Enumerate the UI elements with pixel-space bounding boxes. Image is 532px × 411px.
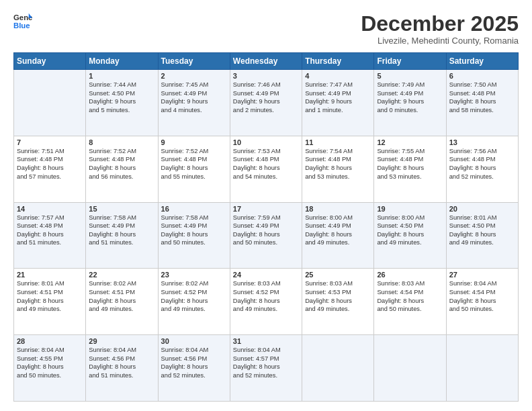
table-row: 9Sunrise: 7:52 AM Sunset: 4:48 PM Daylig… xyxy=(158,136,230,202)
day-number: 21 xyxy=(17,271,83,279)
table-row: 5Sunrise: 7:49 AM Sunset: 4:49 PM Daylig… xyxy=(374,70,446,136)
table-row: 20Sunrise: 8:01 AM Sunset: 4:50 PM Dayli… xyxy=(446,202,518,269)
page: General Blue December 2025 Livezile, Meh… xyxy=(0,0,532,411)
day-number: 20 xyxy=(449,205,515,213)
table-row: 18Sunrise: 8:00 AM Sunset: 4:49 PM Dayli… xyxy=(302,202,374,269)
calendar-table: Sunday Monday Tuesday Wednesday Thursday… xyxy=(13,52,519,402)
day-number: 9 xyxy=(161,138,227,146)
table-row xyxy=(446,335,518,402)
day-details: Sunrise: 8:04 AM Sunset: 4:56 PM Dayligh… xyxy=(161,346,227,379)
table-row: 22Sunrise: 8:02 AM Sunset: 4:51 PM Dayli… xyxy=(86,269,158,335)
table-row: 23Sunrise: 8:02 AM Sunset: 4:52 PM Dayli… xyxy=(158,269,230,335)
day-number: 10 xyxy=(233,138,299,146)
table-row: 4Sunrise: 7:47 AM Sunset: 4:49 PM Daylig… xyxy=(302,70,374,136)
table-row xyxy=(302,335,374,402)
day-number: 19 xyxy=(377,205,443,213)
day-details: Sunrise: 8:03 AM Sunset: 4:52 PM Dayligh… xyxy=(233,279,299,313)
table-row: 6Sunrise: 7:50 AM Sunset: 4:48 PM Daylig… xyxy=(446,70,518,136)
day-number: 16 xyxy=(161,205,227,213)
table-row: 29Sunrise: 8:04 AM Sunset: 4:56 PM Dayli… xyxy=(86,335,158,402)
table-row: 10Sunrise: 7:53 AM Sunset: 4:48 PM Dayli… xyxy=(230,136,302,202)
table-row: 26Sunrise: 8:03 AM Sunset: 4:54 PM Dayli… xyxy=(374,269,446,335)
day-details: Sunrise: 7:52 AM Sunset: 4:48 PM Dayligh… xyxy=(161,147,227,181)
day-number: 7 xyxy=(17,138,83,146)
day-details: Sunrise: 7:46 AM Sunset: 4:49 PM Dayligh… xyxy=(233,81,299,114)
week-row-5: 28Sunrise: 8:04 AM Sunset: 4:55 PM Dayli… xyxy=(14,335,519,402)
table-row: 21Sunrise: 8:01 AM Sunset: 4:51 PM Dayli… xyxy=(14,269,86,335)
day-details: Sunrise: 8:02 AM Sunset: 4:51 PM Dayligh… xyxy=(89,279,154,313)
table-row: 1Sunrise: 7:44 AM Sunset: 4:50 PM Daylig… xyxy=(86,70,158,136)
table-row xyxy=(14,70,86,136)
table-row: 2Sunrise: 7:45 AM Sunset: 4:49 PM Daylig… xyxy=(158,70,230,136)
day-number: 24 xyxy=(233,271,299,279)
location: Livezile, Mehedinti County, Romania xyxy=(361,36,519,46)
day-number: 8 xyxy=(89,138,154,146)
day-number: 27 xyxy=(449,271,515,279)
day-details: Sunrise: 7:53 AM Sunset: 4:48 PM Dayligh… xyxy=(233,147,299,181)
table-row: 28Sunrise: 8:04 AM Sunset: 4:55 PM Dayli… xyxy=(14,335,86,402)
day-number: 1 xyxy=(89,72,154,80)
day-number: 17 xyxy=(233,205,299,213)
week-row-3: 14Sunrise: 7:57 AM Sunset: 4:48 PM Dayli… xyxy=(14,202,519,269)
day-number: 31 xyxy=(233,337,299,345)
day-number: 18 xyxy=(305,205,371,213)
day-details: Sunrise: 7:50 AM Sunset: 4:48 PM Dayligh… xyxy=(449,81,515,114)
table-row: 24Sunrise: 8:03 AM Sunset: 4:52 PM Dayli… xyxy=(230,269,302,335)
day-details: Sunrise: 7:52 AM Sunset: 4:48 PM Dayligh… xyxy=(89,147,154,181)
table-row: 13Sunrise: 7:56 AM Sunset: 4:48 PM Dayli… xyxy=(446,136,518,202)
header-row: Sunday Monday Tuesday Wednesday Thursday… xyxy=(14,53,519,70)
col-tuesday: Tuesday xyxy=(158,53,230,70)
day-details: Sunrise: 7:45 AM Sunset: 4:49 PM Dayligh… xyxy=(161,81,227,114)
col-friday: Friday xyxy=(374,53,446,70)
day-details: Sunrise: 7:56 AM Sunset: 4:48 PM Dayligh… xyxy=(449,147,515,181)
table-row: 17Sunrise: 7:59 AM Sunset: 4:49 PM Dayli… xyxy=(230,202,302,269)
day-details: Sunrise: 8:03 AM Sunset: 4:53 PM Dayligh… xyxy=(305,279,371,313)
day-number: 30 xyxy=(161,337,227,345)
table-row: 15Sunrise: 7:58 AM Sunset: 4:49 PM Dayli… xyxy=(86,202,158,269)
title-block: December 2025 Livezile, Mehedinti County… xyxy=(361,12,519,46)
day-number: 23 xyxy=(161,271,227,279)
day-number: 25 xyxy=(305,271,371,279)
month-title: December 2025 xyxy=(361,12,519,36)
week-row-4: 21Sunrise: 8:01 AM Sunset: 4:51 PM Dayli… xyxy=(14,269,519,335)
day-details: Sunrise: 7:51 AM Sunset: 4:48 PM Dayligh… xyxy=(17,147,83,181)
day-number: 4 xyxy=(305,72,371,80)
week-row-1: 1Sunrise: 7:44 AM Sunset: 4:50 PM Daylig… xyxy=(14,70,519,136)
day-details: Sunrise: 8:04 AM Sunset: 4:55 PM Dayligh… xyxy=(17,346,83,379)
table-row: 31Sunrise: 8:04 AM Sunset: 4:57 PM Dayli… xyxy=(230,335,302,402)
day-details: Sunrise: 7:47 AM Sunset: 4:49 PM Dayligh… xyxy=(305,81,371,114)
day-number: 3 xyxy=(233,72,299,80)
day-details: Sunrise: 8:04 AM Sunset: 4:54 PM Dayligh… xyxy=(449,279,515,313)
day-details: Sunrise: 8:04 AM Sunset: 4:57 PM Dayligh… xyxy=(233,346,299,379)
day-details: Sunrise: 7:55 AM Sunset: 4:48 PM Dayligh… xyxy=(377,147,443,181)
table-row: 27Sunrise: 8:04 AM Sunset: 4:54 PM Dayli… xyxy=(446,269,518,335)
table-row: 25Sunrise: 8:03 AM Sunset: 4:53 PM Dayli… xyxy=(302,269,374,335)
table-row: 16Sunrise: 7:58 AM Sunset: 4:49 PM Dayli… xyxy=(158,202,230,269)
logo-icon: General Blue xyxy=(13,12,32,31)
day-number: 26 xyxy=(377,271,443,279)
svg-text:Blue: Blue xyxy=(13,21,30,30)
table-row: 8Sunrise: 7:52 AM Sunset: 4:48 PM Daylig… xyxy=(86,136,158,202)
day-number: 12 xyxy=(377,138,443,146)
table-row: 30Sunrise: 8:04 AM Sunset: 4:56 PM Dayli… xyxy=(158,335,230,402)
day-details: Sunrise: 7:58 AM Sunset: 4:49 PM Dayligh… xyxy=(161,214,227,247)
day-details: Sunrise: 8:02 AM Sunset: 4:52 PM Dayligh… xyxy=(161,279,227,313)
table-row xyxy=(374,335,446,402)
day-details: Sunrise: 8:00 AM Sunset: 4:49 PM Dayligh… xyxy=(305,214,371,247)
day-number: 15 xyxy=(89,205,154,213)
day-details: Sunrise: 8:01 AM Sunset: 4:50 PM Dayligh… xyxy=(449,214,515,247)
table-row: 3Sunrise: 7:46 AM Sunset: 4:49 PM Daylig… xyxy=(230,70,302,136)
col-sunday: Sunday xyxy=(14,53,86,70)
table-row: 19Sunrise: 8:00 AM Sunset: 4:50 PM Dayli… xyxy=(374,202,446,269)
day-number: 29 xyxy=(89,337,154,345)
col-wednesday: Wednesday xyxy=(230,53,302,70)
header: General Blue December 2025 Livezile, Meh… xyxy=(13,12,519,46)
logo: General Blue xyxy=(13,12,32,31)
col-monday: Monday xyxy=(86,53,158,70)
day-details: Sunrise: 7:58 AM Sunset: 4:49 PM Dayligh… xyxy=(89,214,154,247)
day-number: 5 xyxy=(377,72,443,80)
table-row: 12Sunrise: 7:55 AM Sunset: 4:48 PM Dayli… xyxy=(374,136,446,202)
day-details: Sunrise: 7:57 AM Sunset: 4:48 PM Dayligh… xyxy=(17,214,83,247)
day-number: 2 xyxy=(161,72,227,80)
table-row: 11Sunrise: 7:54 AM Sunset: 4:48 PM Dayli… xyxy=(302,136,374,202)
